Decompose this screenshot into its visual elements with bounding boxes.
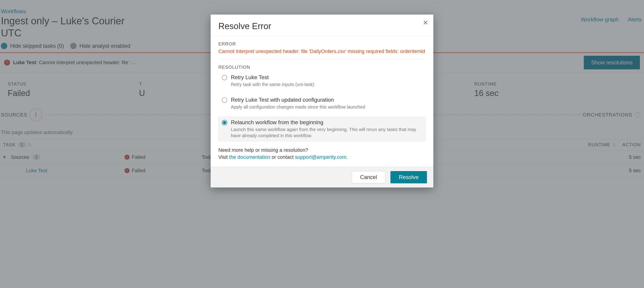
resolution-option-retry-updated[interactable]: Retry Luke Test with updated configurati… [218, 94, 426, 113]
option-desc: Apply all configuration changes made sin… [231, 104, 365, 110]
modal-scrim[interactable]: ✕ Resolve Error ERROR Cannot interpret u… [0, 0, 644, 288]
option-title: Relaunch workflow from the beginning [231, 119, 422, 126]
error-message: Cannot interpret unexpected header: file… [218, 49, 426, 60]
resolution-option-relaunch[interactable]: Relaunch workflow from the beginning Lau… [218, 117, 426, 141]
support-email-link[interactable]: support@amperity.com. [295, 154, 348, 160]
option-desc: Launch this same workflow again from the… [231, 126, 422, 139]
resolution-section-label: RESOLUTION [218, 65, 426, 70]
error-section-label: ERROR [218, 41, 426, 47]
cancel-button[interactable]: Cancel [352, 171, 386, 183]
option-desc: Retry task with the same inputs (uni-tas… [231, 81, 314, 88]
radio-icon [222, 75, 227, 80]
resolution-option-retry[interactable]: Retry Luke Test Retry task with the same… [218, 72, 426, 90]
option-title: Retry Luke Test with updated configurati… [231, 97, 365, 103]
radio-icon [222, 97, 227, 103]
close-icon[interactable]: ✕ [423, 19, 428, 27]
modal-footer: Cancel Resolve [211, 167, 433, 187]
option-title: Retry Luke Test [231, 74, 314, 81]
help-visit: Visit [218, 154, 229, 160]
documentation-link[interactable]: the documentation [229, 154, 270, 160]
resolve-button[interactable]: Resolve [390, 171, 427, 183]
help-or: or contact [270, 154, 295, 160]
help-question: Need more help or missing a resolution? [218, 147, 308, 153]
modal-title: Resolve Error [211, 15, 433, 36]
help-text: Need more help or missing a resolution? … [218, 147, 426, 161]
resolution-options: Retry Luke Test Retry task with the same… [218, 72, 426, 141]
radio-icon [222, 120, 227, 125]
resolve-error-modal: ✕ Resolve Error ERROR Cannot interpret u… [211, 15, 433, 187]
